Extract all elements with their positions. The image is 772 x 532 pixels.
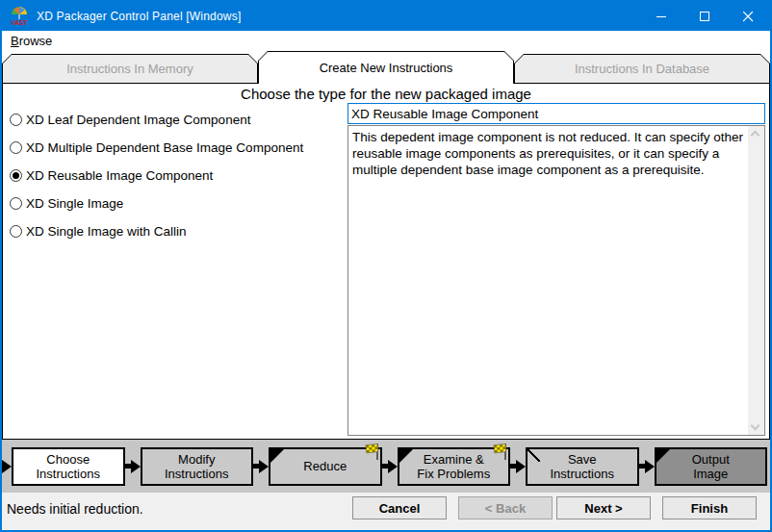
workflow-bar: Choose Instructions Modify Instructions … [2,440,770,493]
step-label: Choose [46,452,90,467]
radio-option-xd-single-image-with-callin[interactable]: XD Single Image with Callin [10,220,344,241]
app-window: VAST XD Packager Control Panel [Windows]… [0,0,772,532]
close-icon[interactable] [727,2,770,31]
tab-bar: Instructions In Memory Create New Instru… [2,50,770,83]
step-label: Fix Problems [417,467,490,481]
titlebar: VAST XD Packager Control Panel [Windows] [2,2,770,31]
tab-label: Create New Instructions [320,61,453,75]
radio-option-xd-leaf-dependent[interactable]: XD Leaf Dependent Image Component [10,109,344,130]
radio-option-xd-single-image[interactable]: XD Single Image [10,192,344,214]
window-title: XD Packager Control Panel [Windows] [37,10,241,23]
radio-option-label: XD Leaf Dependent Image Component [26,113,250,127]
step-label: Save [568,452,597,467]
back-button[interactable]: < Back [458,496,553,519]
workflow-step-output-image[interactable]: Output Image [655,447,768,486]
step-label: Image [693,467,728,481]
description-text: This depedent image component is not red… [348,126,748,435]
checkered-flag-icon [364,443,380,461]
step-label: Output [692,452,730,467]
tab-label: Instructions In Memory [66,62,193,76]
step-label: Modify [178,452,215,467]
checkered-flag-icon [492,443,508,461]
finish-button[interactable]: Finish [662,496,757,519]
next-button[interactable]: Next > [556,496,651,519]
right-arrow-icon [2,460,12,473]
right-arrow-icon [510,460,526,473]
image-type-options: XD Leaf Dependent Image Component XD Mul… [3,103,347,439]
workflow-step-reduce[interactable]: Reduce [269,447,382,486]
tab-instructions-in-database[interactable]: Instructions In Database [514,54,770,83]
step-label: Reduce [303,459,347,473]
radio-icon[interactable] [10,114,22,126]
window-controls [640,2,770,31]
radio-icon[interactable] [10,225,22,238]
radio-icon[interactable] [10,141,22,154]
content-row: XD Leaf Dependent Image Component XD Mul… [3,103,769,439]
tab-instructions-in-memory[interactable]: Instructions In Memory [2,54,258,83]
tab-create-new-instructions[interactable]: Create New Instructions [258,51,514,84]
vast-logo-icon: VAST [8,5,31,28]
tab-label: Instructions In Database [575,62,709,76]
right-arrow-icon [253,460,269,473]
radio-option-label: XD Single Image [26,196,123,211]
component-detail-panel: This depedent image component is not red… [347,103,765,436]
chevron-down-icon[interactable] [751,421,760,431]
workflow-step-modify-instructions[interactable]: Modify Instructions [141,447,254,486]
workflow-step-save-instructions[interactable]: Save Instructions [526,447,639,486]
radio-selected-icon[interactable] [10,169,22,182]
radio-icon[interactable] [10,197,22,210]
step-label: Instructions [551,467,614,481]
radio-option-label: XD Multiple Dependent Base Image Compone… [26,140,303,155]
menubar: Browse [2,31,770,50]
menu-browse[interactable]: Browse [2,34,61,48]
maximize-icon[interactable] [683,2,727,31]
step-label: Instructions [165,467,228,481]
right-arrow-icon [382,460,398,473]
page-title: Choose the type for the new packaged ima… [3,84,769,103]
svg-text:VAST: VAST [12,19,28,26]
step-label: Examine & [424,452,484,467]
chevron-up-icon[interactable] [751,131,760,140]
right-arrow-icon [639,460,655,473]
right-arrow-icon [125,460,141,473]
status-message: Needs initial reduction. [7,501,143,517]
radio-option-xd-multiple-dependent-base[interactable]: XD Multiple Dependent Base Image Compone… [10,137,344,158]
workflow-step-examine-fix-problems[interactable]: Examine & Fix Problems [398,447,511,486]
radio-option-label: XD Reusable Image Component [26,168,213,183]
description-box: This depedent image component is not red… [347,125,765,436]
vertical-scrollbar[interactable] [748,126,764,435]
cancel-button[interactable]: Cancel [352,496,447,519]
workflow-step-choose-instructions[interactable]: Choose Instructions [12,447,125,486]
radio-option-label: XD Single Image with Callin [26,224,187,239]
component-name-input[interactable] [347,103,765,124]
radio-option-xd-reusable[interactable]: XD Reusable Image Component [10,165,344,186]
step-label: Instructions [37,467,100,481]
minimize-icon[interactable] [640,2,683,31]
status-bar: Needs initial reduction. Cancel < Back N… [2,493,770,530]
main-content: Choose the type for the new packaged ima… [2,83,770,440]
